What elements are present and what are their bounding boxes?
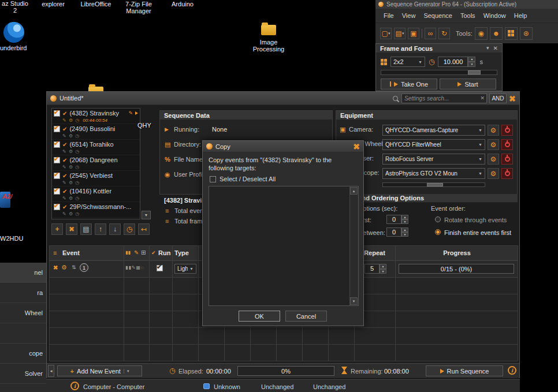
camera-settings-icon[interactable]: ⚙ [488,125,499,136]
settings-search-input[interactable] [401,94,487,103]
desktop-icon-explorer[interactable]: explorer [37,1,69,8]
panel-row-telescope[interactable]: cope [0,344,46,364]
add-new-event-button[interactable]: + Add New Event ▾ [57,365,142,376]
desktop-icon-a2[interactable]: A2/ [2,193,12,200]
cancel-button[interactable]: Cancel [285,311,327,322]
telescope-power-button[interactable] [501,168,513,179]
delay-first-input[interactable]: 0 [386,215,401,224]
duplicate-target-icon[interactable]: ▤ [80,223,92,235]
filter-wheel-power-button[interactable] [501,139,513,150]
binning-select[interactable]: 2x2▼ [390,57,425,67]
panel-row-filter-wheel[interactable]: Wheel [0,303,46,323]
menu-sequence[interactable]: Sequence [423,12,452,19]
target-checkbox[interactable] [54,188,60,195]
exposure-input[interactable]: 10.000 [438,57,468,67]
target-item-bussolini[interactable]: ✔(2490) Bussolini ✎ ⚙ ◷ [52,124,140,140]
menu-view[interactable]: View [402,12,416,19]
target-item-stravinsky[interactable]: ✔ (4382) Stravinsky ✎ ✎ ⚙ ◷ 00:44-00:54 [52,109,140,124]
menu-tools[interactable]: Tools [460,12,475,19]
desktop-icon-w2hdu[interactable]: W2HDU [0,235,29,242]
edit-header-icon[interactable]: ✎ [134,249,139,256]
frame-focus-header[interactable]: Frame and Focus ▾ ✕ [376,44,502,53]
sequencer-titlebar[interactable]: Untitled* ✕ AND ✖ [47,92,519,105]
desktop-icon-thunderbird[interactable]: underbird [0,44,28,51]
panel-close-icon[interactable]: ✕ [493,45,498,51]
panel-row-control-panel[interactable]: nel [0,263,46,283]
focuser-power-button[interactable] [501,154,513,165]
add-target-icon[interactable]: + [51,223,63,235]
pause-header-icon[interactable]: ▮▮ [125,250,131,255]
equipment-slider[interactable] [382,182,485,187]
select-all-checkbox[interactable] [210,176,216,182]
target-item-verbiest[interactable]: ✔(2545) Verbiest ✎ ⚙ ◷ [52,171,140,186]
sgp-titlebar[interactable]: Sequence Generator Pro 64 - (Subscriptio… [375,0,558,9]
target-checkbox[interactable] [54,141,60,148]
target-checkbox[interactable] [54,173,60,179]
event-row-mini-icons[interactable]: ▮▮✎▦◌ [125,265,144,270]
desktop-icon-libreoffice[interactable]: LibreOffice [77,1,114,8]
filter-wheel-settings-icon[interactable]: ⚙ [488,139,499,150]
run-event-checkbox[interactable] [157,265,163,271]
camera-power-button[interactable] [501,125,513,136]
target-item-kottler[interactable]: ✔(10416) Kottler ✎ ⚙ ◷ [52,186,140,202]
move-down-icon[interactable]: ↓ [109,223,121,235]
target-item-schwassmann[interactable]: ✔29P/Schwassmann-... ✎ ⚙ ◷ [52,202,140,218]
take-one-button[interactable]: Take One [381,79,437,89]
desktop-icon-7zip[interactable]: 7-Zip File Manager [120,1,157,14]
telescope-settings-icon[interactable]: ⚙ [488,168,499,179]
panel-row-camera[interactable]: ra [0,283,46,303]
reorder-event-icon[interactable]: ⇅ [72,264,76,270]
event-type-select[interactable]: Light▼ [174,264,196,274]
telescope-select[interactable]: AstroPhysics GTO V2 Moun▼ [382,168,485,179]
exposure-spinner[interactable]: ▲▼ [468,57,475,67]
desktop-icon-qhy[interactable]: QHY [137,122,158,129]
listbox-scrollbar[interactable]: ▲ ▼ [349,186,358,305]
menu-window[interactable]: Window [483,12,506,19]
slider-thumb[interactable] [468,70,481,74]
panel-row-plate-solver[interactable]: Solver [0,364,46,384]
equipment-slider-thumb[interactable] [427,183,443,186]
target-edit-icon[interactable]: ✎ [128,110,133,116]
target-item-torahiko[interactable]: ✔(6514) Torahiko ✎ ⚙ ◷ [52,140,140,155]
filter-wheel-select[interactable]: QHYCCD FilterWheel▼ [382,139,485,150]
refresh-icon[interactable]: ↻ [438,28,450,39]
image-processing-folder-icon[interactable] [261,25,276,35]
camera-tool-icon[interactable]: ◉ [475,27,488,40]
move-up-icon[interactable]: ↑ [95,223,106,235]
users-tool-icon[interactable]: ☻ [490,27,503,40]
save-sequence-icon[interactable]: ▣ [408,28,419,39]
copy-targets-listbox[interactable]: ▲ ▼ [209,186,359,306]
focuser-select[interactable]: RoboFocus Server▼ [382,154,485,165]
sequence-info-icon[interactable]: i [508,366,516,375]
open-sequence-icon[interactable]: ▤▾ [394,28,406,39]
target-list-scroll-down-button[interactable]: ▼ [142,211,151,219]
repeat-input[interactable]: 5 [364,264,380,274]
panel-collapse-icon[interactable]: ▾ [486,45,489,51]
target-checkbox[interactable] [54,204,60,210]
copy-dialog-close-icon[interactable]: ✖ [353,143,360,151]
bulb-tool-icon[interactable]: ⊛ [520,27,533,40]
run-sequence-button[interactable]: Run Sequence [426,365,503,376]
menu-help[interactable]: Help [514,12,527,19]
collapse-panel-button[interactable]: ◂ [48,365,54,377]
finish-events-radio[interactable] [435,229,441,235]
expand-header-icon[interactable]: ⊞ [141,249,146,256]
add-event-dropdown-icon[interactable]: ▾ [124,369,129,374]
panel-row-empty[interactable] [0,323,46,344]
target-checkbox[interactable] [54,157,60,163]
rollback-icon[interactable]: ↤ [138,223,150,235]
rotate-events-radio[interactable] [435,216,441,222]
scroll-down-icon[interactable]: ▼ [350,297,358,305]
search-close-icon[interactable]: ✖ [509,95,516,103]
desktop-icon-arduino[interactable]: Arduino [166,1,199,8]
focuser-settings-icon[interactable]: ⚙ [488,154,499,165]
delay-first-spinner[interactable]: ▲▼ [401,215,408,224]
delay-between-spinner[interactable]: ▲▼ [401,227,408,237]
target-item-dangreen[interactable]: ✔(2068) Dangreen ✎ ⚙ ◷ [52,155,140,171]
search-and-toggle[interactable]: AND [489,94,507,103]
link-icon[interactable]: ∞ [425,28,436,39]
grid-tool-icon[interactable] [505,27,518,40]
thunderbird-icon[interactable] [3,22,24,43]
copy-dialog-titlebar[interactable]: Copy ✖ [203,141,363,152]
desktop-icon-image-processing[interactable]: Image Processing [248,39,289,53]
